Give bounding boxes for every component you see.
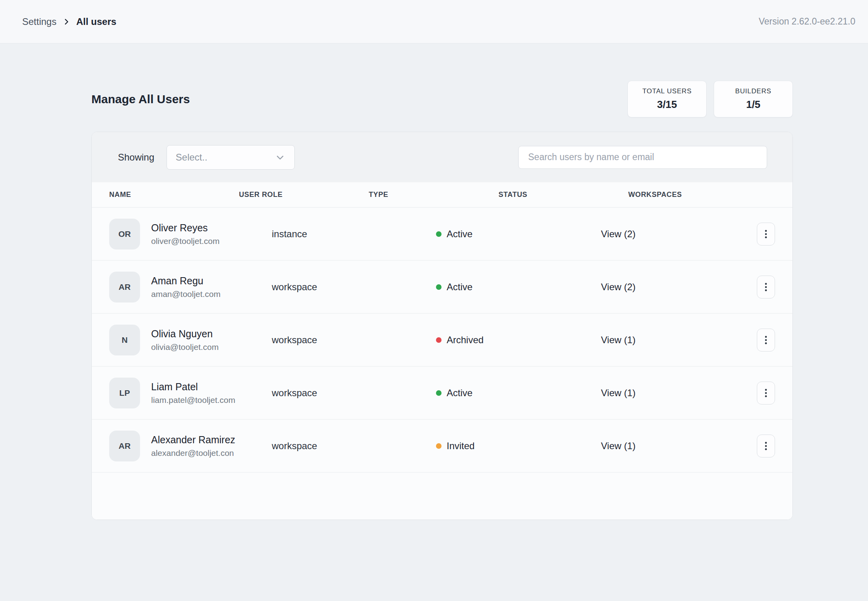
total-users-card: TOTAL USERS 3/15 — [627, 81, 707, 117]
user-cell: LP Liam Patel liam.patel@tooljet.com — [109, 378, 272, 408]
user-status: Archived — [436, 335, 601, 346]
view-workspaces-link[interactable]: View (2) — [601, 282, 636, 292]
breadcrumb-current-page: All users — [76, 16, 116, 27]
stat-label: TOTAL USERS — [642, 87, 692, 95]
kebab-menu-icon — [760, 281, 772, 293]
user-email: aman@tooljet.com — [151, 289, 220, 299]
user-name: Liam Patel — [151, 381, 235, 393]
chevron-down-icon — [275, 152, 286, 163]
user-role: workspace — [272, 282, 436, 293]
users-card: Showing Select.. NAME USER ROLE TYPE STA… — [91, 132, 793, 520]
user-name: Aman Regu — [151, 275, 220, 287]
chevron-right-icon — [62, 17, 71, 26]
column-header-workspaces: WORKSPACES — [628, 191, 775, 199]
table-row: AR Aman Regu aman@tooljet.com workspace … — [92, 261, 792, 314]
stat-value: 3/15 — [657, 98, 677, 111]
page-title: Manage All Users — [91, 93, 190, 106]
user-email: oliver@tooljet.com — [151, 236, 220, 246]
user-cell: AR Aman Regu aman@tooljet.com — [109, 272, 272, 302]
row-actions-button[interactable] — [757, 329, 775, 352]
user-role: instance — [272, 229, 436, 240]
column-header-status: STATUS — [498, 191, 628, 199]
page-header: Manage All Users TOTAL USERS 3/15 BUILDE… — [91, 81, 793, 117]
row-actions-button[interactable] — [757, 223, 775, 246]
user-name: Oliver Reyes — [151, 222, 220, 234]
status-dot-icon — [436, 390, 442, 396]
kebab-menu-icon — [760, 440, 772, 452]
status-label: Active — [447, 387, 472, 399]
status-dot-icon — [436, 337, 442, 343]
avatar: AR — [109, 431, 140, 461]
kebab-menu-icon — [760, 228, 772, 240]
row-actions-button[interactable] — [757, 435, 775, 457]
main-content: Manage All Users TOTAL USERS 3/15 BUILDE… — [91, 81, 793, 520]
avatar: N — [109, 325, 140, 355]
user-role: workspace — [272, 387, 436, 399]
user-email: olivia@tooljet.com — [151, 342, 219, 352]
status-dot-icon — [436, 284, 442, 290]
table-row: LP Liam Patel liam.patel@tooljet.com wor… — [92, 367, 792, 420]
builders-card: BUILDERS 1/5 — [714, 81, 793, 117]
breadcrumb-settings-link[interactable]: Settings — [22, 16, 57, 27]
user-role: workspace — [272, 335, 436, 346]
stat-value: 1/5 — [746, 98, 760, 111]
status-label: Active — [447, 229, 472, 240]
view-workspaces-link[interactable]: View (1) — [601, 440, 636, 451]
column-header-user-role: USER ROLE — [239, 191, 369, 199]
avatar: OR — [109, 219, 140, 249]
kebab-menu-icon — [760, 387, 772, 399]
version-label: Version 2.62.0-ee2.21.0 — [759, 16, 855, 27]
table-header-row: NAME USER ROLE TYPE STATUS WORKSPACES — [92, 182, 792, 208]
user-cell: N Olivia Nguyen olivia@tooljet.com — [109, 325, 272, 355]
table-row: AR Alexander Ramirez alexander@tooljet.c… — [92, 420, 792, 472]
showing-label: Showing — [118, 152, 154, 163]
search-input[interactable] — [518, 146, 767, 169]
user-status: Active — [436, 229, 601, 240]
user-name: Alexander Ramirez — [151, 434, 235, 446]
user-email: liam.patel@tooljet.com — [151, 395, 235, 405]
row-actions-button[interactable] — [757, 276, 775, 299]
view-workspaces-link[interactable]: View (2) — [601, 229, 636, 239]
view-workspaces-link[interactable]: View (1) — [601, 335, 636, 345]
stat-label: BUILDERS — [735, 87, 771, 95]
filter-row: Showing Select.. — [92, 132, 792, 182]
user-status: Active — [436, 282, 601, 293]
table-footer-spacer — [92, 472, 792, 520]
topbar: Settings All users Version 2.62.0-ee2.21… — [0, 0, 868, 43]
filter-select[interactable]: Select.. — [167, 145, 295, 170]
stats: TOTAL USERS 3/15 BUILDERS 1/5 — [627, 81, 793, 117]
status-dot-icon — [436, 443, 442, 449]
column-header-name: NAME — [109, 191, 239, 199]
row-actions-button[interactable] — [757, 382, 775, 404]
user-name: Olivia Nguyen — [151, 328, 219, 340]
table-row: N Olivia Nguyen olivia@tooljet.com works… — [92, 314, 792, 367]
user-status: Active — [436, 387, 601, 399]
avatar: LP — [109, 378, 140, 408]
user-email: alexander@tooljet.con — [151, 448, 235, 458]
user-cell: OR Oliver Reyes oliver@tooljet.com — [109, 219, 272, 249]
user-status: Invited — [436, 440, 601, 452]
select-value: Select.. — [176, 152, 207, 163]
status-label: Invited — [447, 440, 475, 452]
table-row: OR Oliver Reyes oliver@tooljet.com insta… — [92, 208, 792, 261]
breadcrumb: Settings All users — [22, 16, 116, 27]
kebab-menu-icon — [760, 334, 772, 346]
column-header-type: TYPE — [369, 191, 498, 199]
status-dot-icon — [436, 231, 442, 237]
user-role: workspace — [272, 440, 436, 452]
view-workspaces-link[interactable]: View (1) — [601, 387, 636, 398]
status-label: Active — [447, 282, 472, 293]
status-label: Archived — [447, 335, 483, 346]
avatar: AR — [109, 272, 140, 302]
user-cell: AR Alexander Ramirez alexander@tooljet.c… — [109, 431, 272, 461]
